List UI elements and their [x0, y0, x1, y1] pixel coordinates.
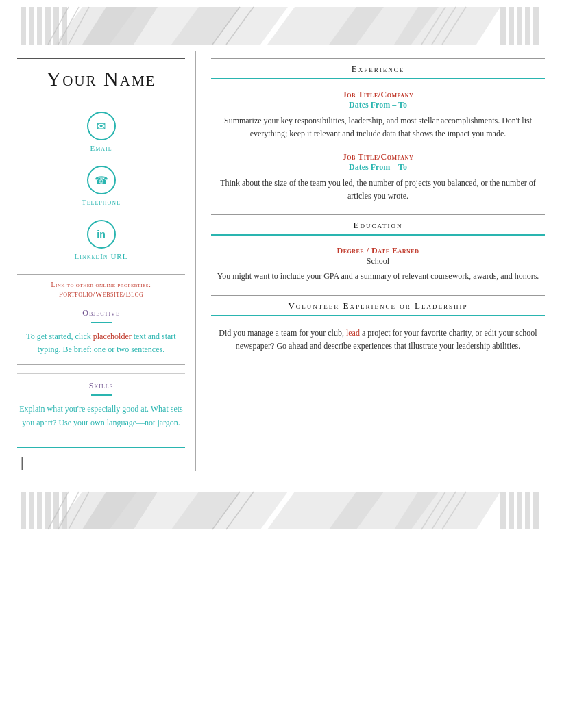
cursor-indicator: | — [21, 453, 185, 471]
volunteer-entry-1: Did you manage a team for your club, lea… — [211, 327, 545, 352]
volunteer-section: Volunteer Experience or Leadership Did y… — [211, 295, 545, 352]
right-column: Experience Job Title/Company Dates From … — [195, 51, 545, 471]
experience-header: Experience — [211, 58, 545, 79]
svg-rect-41 — [517, 492, 522, 529]
svg-rect-3 — [45, 7, 51, 45]
objective-placeholder: placeholder — [93, 331, 132, 341]
svg-rect-13 — [500, 7, 506, 45]
svg-rect-39 — [500, 492, 506, 529]
svg-rect-29 — [45, 492, 51, 529]
telephone-contact: ☎ Telephone — [17, 166, 185, 206]
name-section: Your Name — [17, 58, 185, 99]
degree-title: Degree / Date Earned — [211, 246, 545, 256]
links-section: Link to other online properties: Portfol… — [17, 274, 185, 298]
footer-decoration — [0, 485, 562, 536]
resume-name: Your Name — [17, 67, 185, 90]
experience-title: Experience — [352, 64, 404, 74]
svg-rect-28 — [37, 492, 42, 529]
objective-teal-rule — [91, 322, 112, 323]
skills-heading: Skills — [17, 381, 185, 391]
objective-separator — [17, 364, 185, 365]
edu-desc: You might want to include your GPA and a… — [211, 270, 545, 283]
education-header: Education — [211, 214, 545, 236]
skills-section: Skills Explain what you're especially go… — [17, 373, 185, 429]
telephone-icon: ☎ — [87, 166, 116, 194]
svg-rect-15 — [517, 7, 522, 45]
volunteer-title: Volunteer Experience or Leadership — [288, 301, 467, 311]
email-icon: ✉ — [87, 112, 116, 140]
header-decoration — [0, 0, 562, 51]
volunteer-highlight-1: lead — [346, 328, 360, 338]
job-desc-1: Summarize your key responsibilities, lea… — [211, 114, 545, 140]
volunteer-text-1: Did you manage a team for your club, — [219, 328, 346, 338]
linkedin-icon: in — [87, 220, 116, 249]
experience-section: Experience Job Title/Company Dates From … — [211, 58, 545, 202]
skills-teal-rule — [91, 394, 112, 396]
skills-text: Explain what you're especially good at. … — [17, 403, 185, 429]
job-entry-1: Job Title/Company Dates From – To Summar… — [211, 90, 545, 140]
education-title: Education — [354, 220, 403, 230]
job-dates-1: Dates From – To — [211, 100, 545, 110]
svg-rect-1 — [29, 7, 34, 45]
school-name: School — [211, 256, 545, 266]
linkedin-label: LinkedIn URL — [17, 252, 185, 260]
svg-rect-42 — [525, 492, 530, 529]
svg-rect-16 — [525, 7, 530, 45]
volunteer-header: Volunteer Experience or Leadership — [211, 295, 545, 316]
job-title-1: Job Title/Company — [211, 90, 545, 100]
links-title: Link to other online properties: — [17, 281, 185, 288]
skills-bottom-rule — [17, 447, 185, 448]
telephone-label: Telephone — [17, 198, 185, 206]
linkedin-contact: in LinkedIn URL — [17, 220, 185, 260]
objective-text-1: To get started, click — [26, 331, 93, 341]
job-title-2: Job Title/Company — [211, 152, 545, 162]
job-dates-2: Dates From – To — [211, 162, 545, 173]
svg-rect-27 — [29, 492, 34, 529]
svg-rect-17 — [533, 7, 539, 45]
main-content: Your Name ✉ Email ☎ Telephone in LinkedI… — [0, 51, 562, 485]
header-banner — [0, 0, 562, 51]
footer-banner — [0, 485, 562, 536]
svg-rect-2 — [37, 7, 42, 45]
left-column: Your Name ✉ Email ☎ Telephone in LinkedI… — [17, 51, 195, 471]
objective-section: Objective To get started, click placehol… — [17, 308, 185, 356]
svg-rect-26 — [21, 492, 26, 529]
svg-rect-14 — [509, 7, 514, 45]
objective-heading: Objective — [17, 308, 185, 318]
job-entry-2: Job Title/Company Dates From – To Think … — [211, 152, 545, 202]
svg-rect-40 — [509, 492, 514, 529]
svg-rect-43 — [533, 492, 539, 529]
email-label: Email — [17, 144, 185, 152]
links-value: Portfolio/Website/Blog — [17, 290, 185, 298]
volunteer-desc: Did you manage a team for your club, lea… — [211, 327, 545, 352]
email-contact: ✉ Email — [17, 112, 185, 152]
objective-text: To get started, click placeholder text a… — [17, 330, 185, 356]
job-desc-2: Think about the size of the team you led… — [211, 177, 545, 202]
svg-rect-0 — [21, 7, 26, 45]
edu-entry-1: Degree / Date Earned School You might wa… — [211, 246, 545, 283]
education-section: Education Degree / Date Earned School Yo… — [211, 214, 545, 283]
